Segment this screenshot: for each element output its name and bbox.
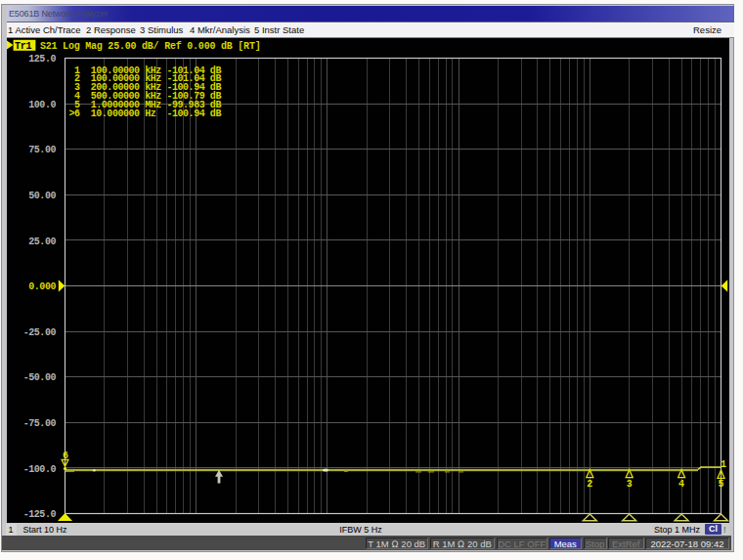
svg-text:2: 2 — [587, 479, 592, 490]
svg-text:0.000: 0.000 — [28, 281, 56, 292]
svg-text:75.00: 75.00 — [28, 145, 56, 155]
svg-text:1: 1 — [721, 459, 726, 470]
svg-text:>6 10.000000 Hz -100.94 dB: >6 10.000000 Hz -100.94 dB — [69, 108, 222, 119]
svg-text:125.0: 125.0 — [28, 54, 56, 65]
svg-text:50.00: 50.00 — [28, 191, 56, 201]
svg-text:4: 4 — [678, 479, 684, 490]
svg-text:5: 5 — [718, 479, 723, 490]
svg-text:100.0: 100.0 — [28, 100, 56, 110]
svg-text:-25.00: -25.00 — [23, 327, 57, 338]
svg-text:S21 Log Mag 25.00 dB/ Ref 0.00: S21 Log Mag 25.00 dB/ Ref 0.000 dB [RT] — [40, 41, 260, 52]
svg-text:-75.00: -75.00 — [23, 418, 57, 429]
svg-text:-100.0: -100.0 — [23, 464, 57, 475]
svg-text:Tr1: Tr1 — [15, 41, 32, 52]
svg-text:3: 3 — [627, 479, 633, 490]
svg-text:6: 6 — [63, 451, 68, 461]
svg-text:25.00: 25.00 — [28, 237, 56, 247]
svg-text:-125.0: -125.0 — [23, 509, 57, 520]
svg-text:-50.00: -50.00 — [23, 372, 57, 383]
